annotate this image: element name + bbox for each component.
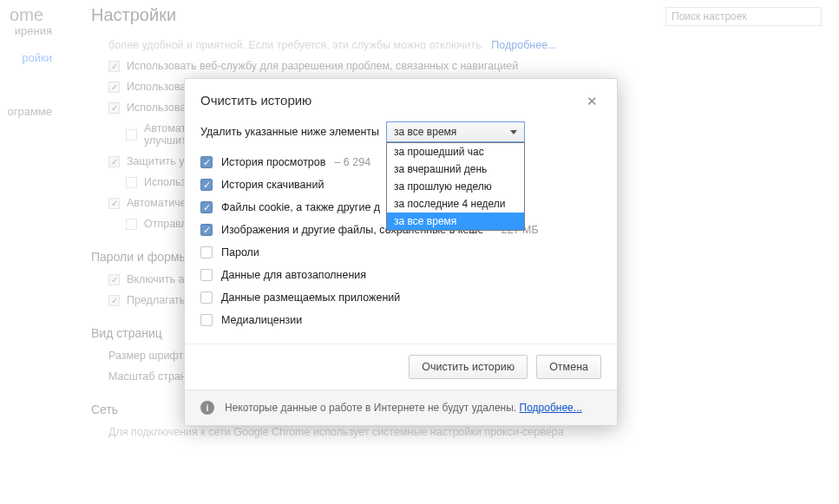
clear-option-label: История скачиваний — [221, 179, 324, 191]
dropdown-item[interactable]: за последние 4 недели — [387, 195, 524, 213]
clear-option-row: Данные размещаемых приложений — [200, 286, 601, 309]
modal-header: Очистить историю ✕ — [185, 79, 617, 118]
checkbox-icon[interactable] — [200, 246, 213, 259]
clear-option-label: История просмотров — [221, 156, 325, 168]
delete-range-row: Удалить указанные ниже элементы за все в… — [200, 121, 601, 142]
checkbox-icon[interactable] — [200, 314, 213, 326]
clear-history-modal: Очистить историю ✕ Удалить указанные ниж… — [184, 78, 618, 426]
close-icon[interactable]: ✕ — [583, 93, 601, 109]
clear-history-button[interactable]: Очистить историю — [409, 355, 528, 379]
time-range-dropdown: за прошедший часза вчерашний деньза прош… — [386, 142, 525, 231]
clear-option-label: Пароли — [221, 246, 259, 259]
checkbox-icon[interactable]: ✓ — [200, 224, 213, 236]
clear-option-label: Файлы cookie, а также другие д — [221, 201, 380, 213]
modal-body: Удалить указанные ниже элементы за все в… — [185, 118, 617, 344]
info-text: Некоторые данные о работе в Интернете не… — [225, 402, 516, 414]
clear-option-label: Данные для автозаполнения — [221, 269, 366, 281]
info-icon: i — [200, 401, 214, 415]
dropdown-item[interactable]: за вчерашний день — [387, 160, 524, 178]
clear-option-row: Медиалицензии — [200, 309, 601, 331]
checkbox-icon[interactable]: ✓ — [200, 179, 213, 191]
checkbox-icon[interactable]: ✓ — [200, 156, 213, 168]
info-learn-more-link[interactable]: Подробнее... — [520, 402, 582, 414]
clear-option-label: Медиалицензии — [221, 314, 302, 326]
checkbox-icon[interactable]: ✓ — [200, 201, 213, 213]
dropdown-item[interactable]: за прошедший час — [387, 143, 524, 160]
time-range-select: за все время за прошедший часза вчерашни… — [386, 121, 525, 142]
clear-option-row: Пароли — [200, 241, 601, 264]
modal-info: i Некоторые данные о работе в Интернете … — [185, 389, 617, 425]
dropdown-item[interactable]: за все время — [387, 213, 524, 230]
clear-option-row: Данные для автозаполнения — [200, 264, 601, 286]
modal-footer: Очистить историю Отмена — [185, 344, 617, 389]
dropdown-item[interactable]: за прошлую неделю — [387, 178, 524, 195]
checkbox-icon[interactable] — [200, 291, 213, 304]
time-range-button[interactable]: за все время — [386, 121, 525, 142]
clear-option-suffix: – 6 294 — [334, 156, 370, 168]
modal-title: Очистить историю — [200, 93, 311, 108]
clear-option-label: Данные размещаемых приложений — [221, 291, 400, 304]
delete-label: Удалить указанные ниже элементы — [200, 126, 379, 138]
checkbox-icon[interactable] — [200, 269, 213, 281]
cancel-button[interactable]: Отмена — [536, 355, 601, 379]
